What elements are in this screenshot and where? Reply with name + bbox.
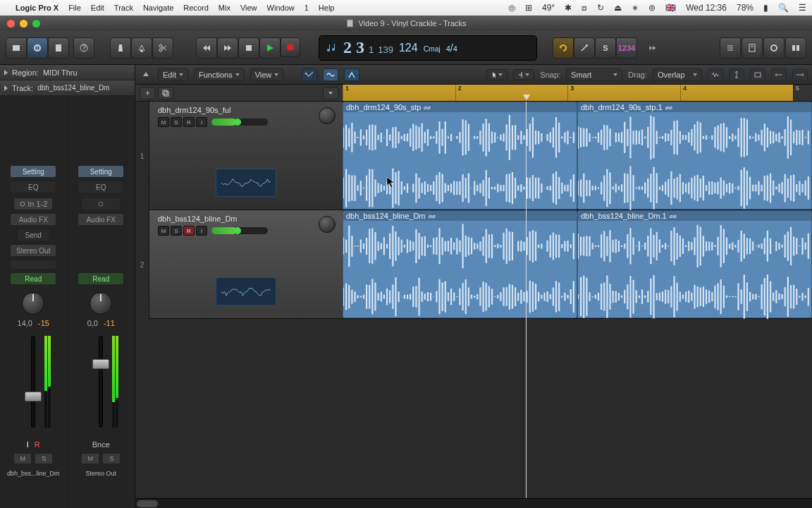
status-squares-icon[interactable]: ⊞	[525, 3, 532, 13]
track-icon[interactable]	[216, 169, 276, 197]
scissors-button[interactable]	[152, 37, 173, 59]
record-enable-button[interactable]: R	[183, 226, 195, 236]
status-battery[interactable]: 78%	[737, 3, 753, 13]
notes-button[interactable]	[742, 37, 763, 59]
fader-slot[interactable]	[31, 336, 35, 428]
key-root[interactable]: C	[424, 44, 429, 53]
horiz-zoom-in[interactable]	[792, 68, 808, 81]
input-monitor-button[interactable]: I	[196, 226, 207, 236]
snap-select[interactable]: Smart	[566, 68, 622, 81]
rewind-button[interactable]	[196, 37, 217, 59]
menu-navigate[interactable]: Navigate	[143, 4, 173, 12]
status-dropbox-icon[interactable]: ⧈	[582, 3, 587, 13]
scrollbar-thumb[interactable]	[137, 500, 158, 507]
bar-marker[interactable]: 4	[680, 85, 793, 101]
bar-ruler[interactable]: 1 2 3 4 5	[343, 85, 812, 101]
mute-button[interactable]: M	[13, 453, 32, 464]
close-window-button[interactable]	[7, 20, 15, 28]
volume-slider[interactable]	[211, 227, 268, 234]
output-button[interactable]: Stereo Out	[10, 244, 56, 257]
lcd-display[interactable]: 2 3 1 139 124 Cmaj 4/4	[319, 35, 537, 61]
bar-marker[interactable]: 2	[455, 85, 568, 101]
help-button[interactable]: ?	[73, 37, 94, 59]
track-icon[interactable]	[216, 277, 276, 306]
track-header[interactable]: dbh_bss124_bline_Dm M S R I	[149, 210, 343, 319]
solo-button[interactable]: S	[595, 37, 616, 59]
status-fan-icon[interactable]: ✱	[565, 3, 572, 13]
status-sync-icon[interactable]: ↻	[597, 3, 604, 13]
record-button[interactable]	[281, 37, 300, 57]
pan-knob[interactable]	[90, 292, 112, 315]
view-menu[interactable]: View	[250, 68, 284, 81]
playhead-marker[interactable]	[523, 95, 530, 100]
bar-marker[interactable]: 3	[567, 85, 680, 101]
record-enable-button[interactable]: R	[183, 117, 195, 127]
send-button[interactable]: Send	[17, 229, 49, 241]
global-tracks-button[interactable]	[323, 87, 338, 99]
spotlight-icon[interactable]: 🔍	[778, 3, 789, 13]
zoom-window-button[interactable]	[32, 20, 40, 28]
replace-button[interactable]	[574, 37, 595, 59]
menu-help[interactable]: Help	[319, 4, 335, 12]
automation-button[interactable]: Read	[10, 272, 56, 285]
bar-marker[interactable]: 5	[793, 85, 812, 101]
input-button[interactable]	[81, 198, 121, 210]
pan-knob[interactable]	[319, 107, 336, 124]
status-flag-icon[interactable]: 🇬🇧	[665, 3, 676, 13]
notifications-icon[interactable]: ☰	[799, 3, 806, 13]
app-name[interactable]: Logic Pro X	[16, 4, 59, 12]
track-name[interactable]: dbh_drm124_90s_ful	[158, 106, 338, 114]
volume-slider[interactable]	[211, 119, 268, 126]
play-button[interactable]	[259, 37, 281, 59]
audio-fx-button[interactable]: Audio FX	[78, 213, 124, 226]
pan-knob[interactable]	[22, 292, 44, 315]
sig-den[interactable]: 4	[453, 44, 457, 53]
menu-1[interactable]: 1	[304, 4, 309, 12]
automation-toggle[interactable]	[302, 68, 317, 81]
status-eject-icon[interactable]: ⏏	[614, 3, 622, 13]
count-in-button[interactable]: 1234	[616, 37, 637, 59]
track-header[interactable]: Track: dbh_bss124_bline_Dm	[0, 80, 135, 96]
eq-button[interactable]: EQ	[10, 181, 56, 193]
audio-region[interactable]: dbh_bss124_bline_Dm.1⌀⌀	[577, 210, 812, 318]
mute-button[interactable]: M	[158, 117, 169, 127]
menu-record[interactable]: Record	[183, 4, 208, 12]
toolbar-more-button[interactable]	[641, 37, 663, 59]
fader-slot[interactable]	[99, 336, 103, 428]
loops-button[interactable]	[763, 37, 785, 59]
nav-up-button[interactable]	[140, 68, 152, 81]
sig-num[interactable]: 4	[446, 44, 450, 53]
status-circle-icon[interactable]: ◎	[508, 3, 515, 13]
status-battery-icon[interactable]: ▮	[763, 3, 768, 13]
pan-knob[interactable]	[319, 216, 336, 233]
functions-menu[interactable]: Functions	[194, 68, 245, 81]
status-temp[interactable]: 49°	[542, 3, 555, 13]
menu-window[interactable]: Window	[267, 4, 295, 12]
quick-help-button[interactable]	[48, 37, 69, 59]
tempo-value[interactable]: 124	[399, 42, 418, 54]
vertical-zoom[interactable]	[729, 68, 744, 81]
mute-button[interactable]: M	[81, 453, 99, 464]
alt-tool[interactable]	[513, 69, 534, 80]
audio-region[interactable]: dbh_drm124_90s_stp.1⌀⌀	[577, 102, 812, 210]
input-monitor-button[interactable]: I	[196, 117, 207, 127]
add-track-button[interactable]: ＋	[140, 87, 155, 99]
library-button[interactable]	[6, 37, 27, 59]
waveform-zoom[interactable]	[708, 68, 723, 81]
track-name[interactable]: dbh_bss124_bline_Dm	[158, 214, 338, 223]
setting-button[interactable]: Setting	[78, 165, 124, 178]
region-header[interactable]: Region: MIDI Thru	[0, 65, 135, 80]
minimize-window-button[interactable]	[20, 20, 27, 28]
bar-marker[interactable]: 1	[343, 85, 455, 101]
solo-button[interactable]: S	[171, 117, 182, 127]
setting-button[interactable]: Setting	[10, 165, 56, 178]
menu-edit[interactable]: Edit	[91, 4, 104, 12]
forward-button[interactable]	[217, 37, 238, 59]
position-ticks[interactable]: 139	[378, 44, 393, 55]
automation-button[interactable]: Read	[78, 272, 124, 285]
mute-button[interactable]: M	[158, 226, 169, 236]
solo-button[interactable]: S	[102, 453, 121, 464]
menu-track[interactable]: Track	[114, 4, 133, 12]
input-button[interactable]: In 1-2	[13, 198, 53, 210]
auto-zoom[interactable]	[750, 68, 765, 81]
